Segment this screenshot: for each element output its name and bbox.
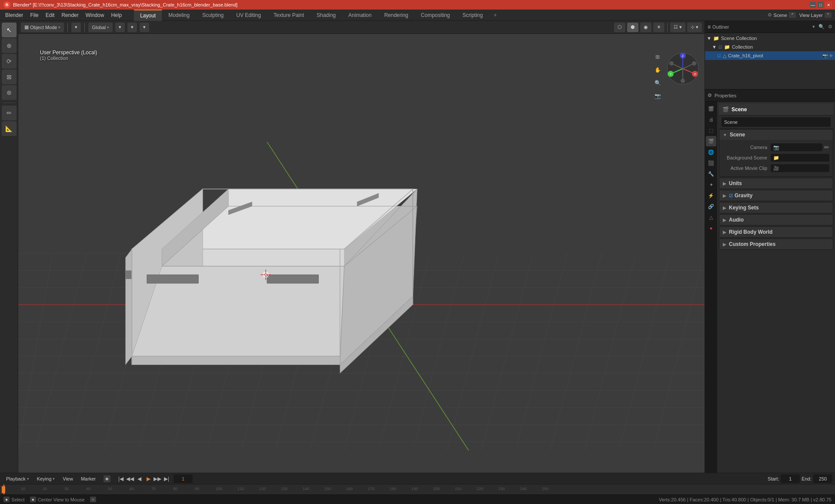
crate-restrict-icon[interactable]: 👁 [829,53,833,58]
maximize-button[interactable]: □ [818,2,824,8]
outliner-options-icon[interactable]: ⚙ [828,24,832,30]
crate-checkbox[interactable]: ☑ [717,53,721,58]
rendered-button[interactable]: ☀ [653,23,665,32]
tool-rotate[interactable]: ⟳ [2,54,17,69]
prop-modifier-tab[interactable]: 🔧 [706,169,716,179]
play-reverse-button[interactable]: ◀ [135,474,144,483]
prop-viewlayer-tab[interactable]: ⬚ [706,125,716,136]
add-workspace-button[interactable]: + [489,12,501,18]
overlay-button[interactable]: ☷ ▾ [670,23,685,32]
prop-constraints-tab[interactable]: 🔗 [706,201,716,212]
camera-edit-icon[interactable]: ✏ [824,144,829,151]
tab-texture-paint[interactable]: Texture Paint [267,10,311,21]
solid-button[interactable]: ⬢ [627,23,638,32]
menu-edit[interactable]: Edit [42,11,58,19]
menu-window[interactable]: Window [82,11,108,19]
tab-animation[interactable]: Animation [342,10,378,21]
material-preview-button[interactable]: ◉ [640,23,651,32]
gravity-header[interactable]: ▶ ☑ Gravity [719,190,833,201]
play-button[interactable]: ▶ [144,474,153,483]
camera-value[interactable]: 📷 [771,143,822,151]
keying-menu[interactable]: Keying ▾ [33,474,59,483]
viewport-mode-button[interactable]: ▦ Object Mode ▾ [21,23,64,32]
tool-annotate[interactable]: ✏ [2,106,17,120]
prop-world-tab[interactable]: 🌐 [706,147,716,157]
start-frame-input[interactable]: 1 [781,474,800,483]
end-frame-input[interactable]: 250 [813,474,832,483]
tab-modeling[interactable]: Modeling [162,10,196,21]
tab-sculpting[interactable]: Sculpting [196,10,230,21]
gravity-checkbox[interactable]: ☑ [729,193,733,198]
prop-particles-tab[interactable]: ✦ [706,179,716,190]
viewport-grid-button[interactable]: ⊞ [652,51,663,63]
menu-render[interactable]: Render [58,11,82,19]
3d-viewport[interactable]: ▦ Object Mode ▾ ▾ Global ▾ ▾ ▾ ▾ ⬡ ⬢ [18,21,705,473]
tool-move[interactable]: ⊕ [2,38,17,53]
navigation-gizmo[interactable]: Z X Y [665,51,700,86]
viewport-options-3[interactable]: ▾ [140,23,149,32]
timeline-ruler[interactable]: 1 10 20 30 40 50 60 70 80 90 100 110 120… [0,484,835,494]
custom-properties-header[interactable]: ▶ Custom Properties [719,239,833,249]
prop-physics-tab[interactable]: ⚡ [706,190,716,201]
menu-file[interactable]: File [27,11,42,19]
close-button[interactable]: ✕ [825,2,832,8]
tab-shading[interactable]: Shading [311,10,342,21]
gizmo-button[interactable]: ⊹ ▾ [687,23,702,32]
prop-render-tab[interactable]: 🎬 [706,103,716,114]
marker-menu[interactable]: Marker [77,474,99,483]
viewport-pan-button[interactable]: ✋ [652,64,663,76]
outliner-item-crate[interactable]: ☑ △ Crate_h16_pivot 📷 👁 [705,51,835,60]
outliner-item-collection[interactable]: ▼ ☑ 📁 Collection [705,43,835,51]
tab-layout[interactable]: Layout [134,10,162,21]
prop-scene-tab[interactable]: 🎬 [706,136,716,146]
outliner-search-icon[interactable]: 🔍 [818,24,825,30]
keying-sets-header[interactable]: ▶ Keying Sets [719,202,833,213]
tool-scale[interactable]: ⊠ [2,70,17,84]
playback-menu[interactable]: Playback ▾ [3,474,33,483]
select-mode-button[interactable]: ▾ [71,23,81,32]
frame-tick-row: 1 10 20 30 40 50 60 70 80 90 100 110 120… [0,484,835,494]
menu-help[interactable]: Help [107,11,125,19]
menu-blender[interactable]: Blender [2,11,27,19]
jump-start-button[interactable]: |◀ [117,474,125,483]
viewport-camera-button[interactable]: 📷 [652,90,663,102]
minimize-button[interactable]: — [810,2,816,8]
viewport-global-button[interactable]: Global ▾ [88,23,113,32]
outliner-filter-icon[interactable]: ▾ [812,24,815,30]
view-menu[interactable]: View [59,474,77,483]
crate-camera-icon[interactable]: 📷 [822,53,828,58]
active-movie-clip-value[interactable]: 🎥 [771,164,829,172]
prop-object-tab[interactable]: ⬛ [706,158,716,168]
prop-output-tab[interactable]: 🖨 [706,114,716,125]
scene-selector[interactable]: ⚙ Scene ⌃ [768,12,796,18]
next-frame-button[interactable]: ▶▶ [153,474,162,483]
tool-measure[interactable]: 📐 [2,121,17,136]
tool-transform[interactable]: ⊛ [2,85,17,100]
prev-frame-button[interactable]: ◀◀ [126,474,134,483]
scene-canvas[interactable]: User Perspective (Local) (1) Collection … [18,34,705,473]
prop-data-tab[interactable]: △ [706,212,716,222]
tab-uv-editing[interactable]: UV Editing [230,10,267,21]
viewport-options-1[interactable]: ▾ [115,23,125,32]
current-frame-input[interactable]: 1 [174,474,193,483]
viewport-options-2[interactable]: ▾ [127,23,137,32]
audio-header[interactable]: ▶ Audio [719,215,833,225]
rigid-body-world-header[interactable]: ▶ Rigid Body World [719,227,833,237]
scene-name-input[interactable]: Scene [721,117,831,127]
viewport-zoom-button[interactable]: 🔍 [652,77,663,89]
jump-end-button[interactable]: ▶| [162,474,171,483]
audio-label: Audio [729,217,744,223]
keyframe-button[interactable]: ◆ [104,475,110,482]
prop-material-tab[interactable]: ● [706,223,716,233]
tool-cursor[interactable]: ↖ [2,23,17,37]
view-layer-selector[interactable]: View Layer ⌃ [799,12,832,18]
wireframe-button[interactable]: ⬡ [614,23,625,32]
outliner-item-scene-collection[interactable]: ▼ 📁 Scene Collection [705,34,835,43]
collection-checkbox[interactable]: ☑ [718,45,722,50]
tab-compositing[interactable]: Compositing [415,10,457,21]
tab-rendering[interactable]: Rendering [378,10,414,21]
units-header[interactable]: ▶ Units [719,178,833,189]
scene-details-header[interactable]: ▼ Scene [719,129,833,140]
background-scene-value[interactable]: 📁 [771,154,829,162]
tab-scripting[interactable]: Scripting [457,10,490,21]
